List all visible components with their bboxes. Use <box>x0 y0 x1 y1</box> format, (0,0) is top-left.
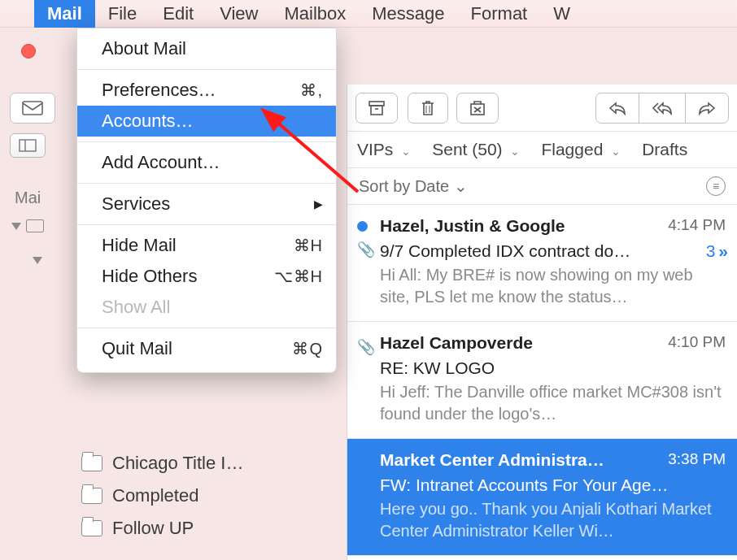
disclosure-triangle-icon[interactable] <box>33 257 42 264</box>
sidebar-icon <box>19 139 37 152</box>
message-subject: FW: Intranet Accounts For Your Age… <box>380 475 726 495</box>
filter-flagged[interactable]: Flagged ⌄ <box>541 140 621 159</box>
message-from: Market Center Administra… <box>380 450 604 470</box>
svg-rect-0 <box>23 102 42 115</box>
sort-bar: Sort by Date ⌄ ≡ <box>347 168 737 205</box>
shortcut-label: ⌘Q <box>292 339 323 358</box>
reply-icon <box>608 101 627 115</box>
folder-icon <box>81 520 102 536</box>
reply-all-button[interactable] <box>639 93 686 124</box>
menu-file[interactable]: File <box>95 0 150 28</box>
message-time: 3:38 PM <box>668 450 726 468</box>
message-time: 4:14 PM <box>668 216 726 234</box>
disclosure-triangle-icon[interactable] <box>11 223 21 230</box>
folder-icon <box>81 455 102 471</box>
menu-accounts[interactable]: Accounts… <box>77 106 336 137</box>
menu-app[interactable]: Mail <box>34 0 95 28</box>
menubar: Mail File Edit View Mailbox Message Form… <box>0 0 737 28</box>
folder-label: Follow UP <box>112 518 194 539</box>
folder-icon <box>81 488 102 504</box>
forward-icon <box>697 101 717 115</box>
archive-icon <box>368 100 386 116</box>
unread-indicator-icon <box>357 221 368 232</box>
menu-format[interactable]: Format <box>458 0 541 28</box>
message-from: Hazel Campoverde <box>380 333 533 353</box>
menu-quit-mail[interactable]: Quit Mail ⌘Q <box>77 333 336 364</box>
inbox-icon <box>26 219 44 232</box>
reply-button[interactable] <box>595 93 639 124</box>
menu-separator <box>77 224 336 225</box>
menu-services[interactable]: Services ▶ <box>77 189 336 219</box>
left-toolbar-2 <box>10 133 46 158</box>
sidebar-toggle-button[interactable] <box>10 133 46 158</box>
trash-icon <box>420 99 436 117</box>
folder-follow-up[interactable]: Follow UP <box>81 518 243 539</box>
forward-button[interactable] <box>685 93 729 124</box>
message-list-panel: VIPs ⌄ Sent (50) ⌄ Flagged ⌄ Drafts Sort… <box>347 85 737 560</box>
left-toolbar <box>10 93 55 124</box>
menu-window-cut[interactable]: W <box>540 0 583 28</box>
filter-toggle-button[interactable]: ≡ <box>706 176 726 196</box>
menu-about-mail[interactable]: About Mail <box>77 33 336 64</box>
window-controls <box>21 44 36 63</box>
favorites-bar: VIPs ⌄ Sent (50) ⌄ Flagged ⌄ Drafts <box>347 132 737 168</box>
menu-separator <box>77 141 336 142</box>
menu-hide-others[interactable]: Hide Others ⌥⌘H <box>77 261 336 292</box>
message-preview: Here you go.. Thank you Anjali Kothari M… <box>380 498 726 542</box>
menu-show-all: Show All <box>77 292 336 323</box>
filter-drafts[interactable]: Drafts <box>642 140 687 159</box>
sort-dropdown[interactable]: Sort by Date ⌄ <box>359 176 468 196</box>
chevron-down-icon: ⌄ <box>510 145 520 158</box>
message-subject: 9/7 Completed IDX contract do… 3 » <box>380 241 726 261</box>
shortcut-label: ⌘H <box>294 236 323 255</box>
envelope-icon <box>22 101 43 115</box>
shortcut-label: ⌘, <box>300 80 323 100</box>
menu-mailbox[interactable]: Mailbox <box>271 0 359 28</box>
folder-chicago-title[interactable]: Chicago Title I… <box>81 453 243 474</box>
menu-preferences[interactable]: Preferences… ⌘, <box>77 75 336 106</box>
message-subject: RE: KW LOGO <box>380 358 726 378</box>
close-window-button[interactable] <box>21 44 36 59</box>
message-preview: Hi All: My BRE# is now showing on my web… <box>380 264 726 308</box>
message-row[interactable]: 📎 Hazel Campoverde 4:10 PM RE: KW LOGO H… <box>347 322 737 439</box>
filter-sent[interactable]: Sent (50) ⌄ <box>432 140 520 159</box>
menu-message[interactable]: Message <box>359 0 457 28</box>
sidebar-folders: Chicago Title I… Completed Follow UP <box>81 453 243 550</box>
menu-add-account[interactable]: Add Account… <box>77 147 336 178</box>
menu-edit[interactable]: Edit <box>150 0 207 28</box>
menu-separator <box>77 183 336 184</box>
app-menu-dropdown: About Mail Preferences… ⌘, Accounts… Add… <box>76 28 337 373</box>
svg-rect-1 <box>20 140 36 151</box>
right-toolbar <box>347 85 737 132</box>
message-time: 4:10 PM <box>668 333 726 351</box>
shortcut-label: ⌥⌘H <box>274 267 323 286</box>
folder-label: Completed <box>112 485 198 506</box>
menu-hide-mail[interactable]: Hide Mail ⌘H <box>77 230 336 261</box>
reply-all-icon <box>651 101 674 115</box>
junk-button[interactable] <box>456 93 499 124</box>
message-row[interactable]: 📎 Hazel, Justin & Google 4:14 PM 9/7 Com… <box>347 205 737 322</box>
message-from: Hazel, Justin & Google <box>380 216 565 236</box>
mailboxes-heading: Mai <box>15 189 41 207</box>
message-row-selected[interactable]: Market Center Administra… 3:38 PM FW: In… <box>347 439 737 556</box>
archive-button[interactable] <box>355 93 398 124</box>
attachment-icon: 📎 <box>357 241 375 258</box>
expand-thread-icon[interactable]: » <box>718 241 726 261</box>
folder-label: Chicago Title I… <box>112 453 243 474</box>
folder-completed[interactable]: Completed <box>81 485 243 506</box>
delete-button[interactable] <box>408 93 448 124</box>
junk-icon <box>469 99 486 117</box>
chevron-down-icon: ⌄ <box>401 145 411 158</box>
chevron-down-icon: ⌄ <box>454 177 468 195</box>
attachment-icon: 📎 <box>357 338 375 356</box>
get-mail-button[interactable] <box>10 93 55 124</box>
menu-separator <box>77 328 336 328</box>
chevron-down-icon: ⌄ <box>611 145 621 158</box>
message-preview: Hi Jeff: The Danville office market MC#3… <box>380 381 726 425</box>
submenu-arrow-icon: ▶ <box>314 198 323 211</box>
svg-rect-4 <box>371 106 382 115</box>
menu-view[interactable]: View <box>207 0 271 28</box>
menu-separator <box>77 69 336 70</box>
filter-vips[interactable]: VIPs ⌄ <box>357 140 411 159</box>
thread-count: 3 <box>706 241 716 261</box>
